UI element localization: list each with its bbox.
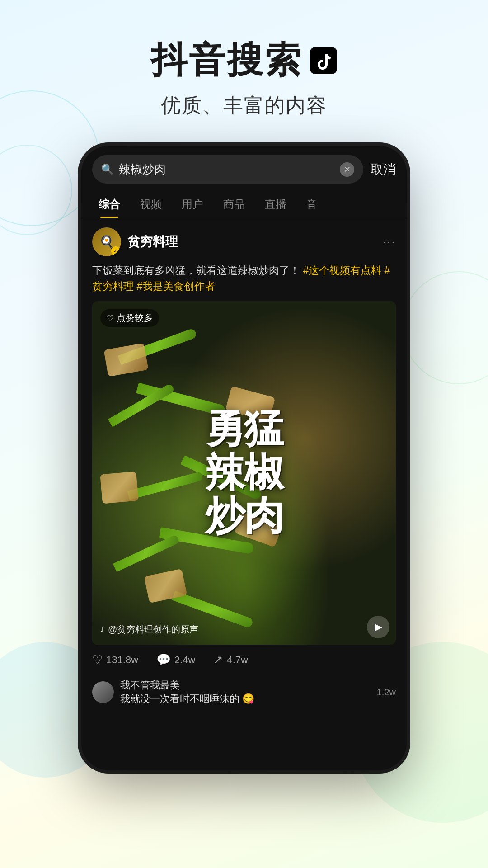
video-thumbnail[interactable]: 勇猛辣椒炒肉 ♡ 点赞较多 ♪ @贫穷料理创作的原声 <box>92 301 396 645</box>
action-bar: ♡ 131.8w 💬 2.4w ↗ 4.7w <box>81 645 407 675</box>
audio-text: @贫穷料理创作的原声 <box>108 623 198 636</box>
tab-直播[interactable]: 直播 <box>255 191 296 218</box>
tab-综合[interactable]: 综合 <box>89 191 130 218</box>
tab-label-视频: 视频 <box>140 198 162 210</box>
audio-bar[interactable]: ♪ @贫穷料理创作的原声 <box>100 623 198 636</box>
tiktok-logo-icon <box>314 51 333 71</box>
comment-icon: 💬 <box>156 653 171 667</box>
tab-label-音乐: 音 <box>306 198 317 210</box>
phone-screen: 🔍 辣椒炒肉 ✕ 取消 综合 视频 用户 <box>81 146 407 770</box>
video-overlay-text: 勇猛辣椒炒肉 <box>92 301 396 645</box>
post-body-text: 下饭菜到底有多凶猛，就看这道辣椒炒肉了！ <box>92 264 300 276</box>
post-text: 下饭菜到底有多凶猛，就看这道辣椒炒肉了！ #这个视频有点料 #贫穷料理 #我是美… <box>92 263 396 294</box>
comment-action[interactable]: 💬 2.4w <box>156 653 195 667</box>
clear-icon: ✕ <box>344 165 351 175</box>
share-icon: ↗ <box>213 653 223 667</box>
play-button[interactable]: ▶ <box>367 616 389 638</box>
avatar[interactable]: 🍳 ✓ <box>92 227 121 256</box>
verified-badge: ✓ <box>111 246 120 255</box>
search-bar-row: 🔍 辣椒炒肉 ✕ 取消 <box>81 146 407 191</box>
video-big-text: 勇猛辣椒炒肉 <box>205 407 283 538</box>
tab-label-直播: 直播 <box>265 198 286 210</box>
like-count: 131.8w <box>106 654 138 666</box>
tabs-row: 综合 视频 用户 商品 直播 音 <box>81 191 407 218</box>
search-input-wrap[interactable]: 🔍 辣椒炒肉 ✕ <box>92 155 363 184</box>
tab-用户[interactable]: 用户 <box>172 191 213 218</box>
search-query-text: 辣椒炒肉 <box>119 161 334 177</box>
app-title-text: 抖音搜索 <box>151 36 303 85</box>
likes-badge: ♡ 点赞较多 <box>100 309 159 327</box>
tab-label-综合: 综合 <box>99 198 120 210</box>
share-count: 4.7w <box>227 654 248 666</box>
comment-row-1: 我不管我最美 我就没一次看时不咽唾沫的 😋 1.2w <box>92 675 396 709</box>
content-area: 🍳 ✓ 贫穷料理 ··· 下饭菜到底有多凶猛，就看这道辣椒炒肉了！ #这个视频有… <box>81 218 407 717</box>
app-title: 抖音搜索 <box>0 36 488 85</box>
tab-音乐[interactable]: 音 <box>296 191 327 218</box>
commenter-name: 我不管我最美 <box>120 679 254 692</box>
cancel-button[interactable]: 取消 <box>371 161 396 178</box>
post-header: 🍳 ✓ 贫穷料理 ··· <box>92 227 396 256</box>
search-icon: 🔍 <box>101 164 113 175</box>
user-info: 🍳 ✓ 贫穷料理 <box>92 227 178 256</box>
comment-count: 2.4w <box>174 654 195 666</box>
share-action[interactable]: ↗ 4.7w <box>213 653 248 667</box>
comment-preview: 我不管我最美 我就没一次看时不咽唾沫的 😋 1.2w <box>81 675 407 717</box>
commenter-avatar <box>92 681 114 703</box>
heart-icon-badge: ♡ <box>107 313 114 323</box>
tab-label-用户: 用户 <box>182 198 203 210</box>
like-icon: ♡ <box>92 653 103 667</box>
tiktok-logo-badge <box>310 47 337 74</box>
play-icon: ▶ <box>375 621 382 633</box>
tab-商品[interactable]: 商品 <box>213 191 255 218</box>
username[interactable]: 贫穷料理 <box>127 233 178 250</box>
tiktok-audio-icon: ♪ <box>100 625 104 634</box>
phone-mockup: 🔍 辣椒炒肉 ✕ 取消 综合 视频 用户 <box>81 146 407 770</box>
tab-label-商品: 商品 <box>223 198 245 210</box>
comment-like-count: 1.2w <box>377 687 396 698</box>
header-section: 抖音搜索 优质、丰富的内容 <box>0 0 488 137</box>
app-subtitle: 优质、丰富的内容 <box>0 92 488 119</box>
tab-视频[interactable]: 视频 <box>130 191 172 218</box>
like-action[interactable]: ♡ 131.8w <box>92 653 138 667</box>
comment-body: 我就没一次看时不咽唾沫的 😋 <box>120 692 254 706</box>
more-options-button[interactable]: ··· <box>383 235 396 249</box>
post-card: 🍳 ✓ 贫穷料理 ··· 下饭菜到底有多凶猛，就看这道辣椒炒肉了！ #这个视频有… <box>81 218 407 645</box>
likes-badge-text: 点赞较多 <box>117 312 153 324</box>
phone-wrapper: 🔍 辣椒炒肉 ✕ 取消 综合 视频 用户 <box>0 146 488 770</box>
search-clear-button[interactable]: ✕ <box>340 162 354 177</box>
